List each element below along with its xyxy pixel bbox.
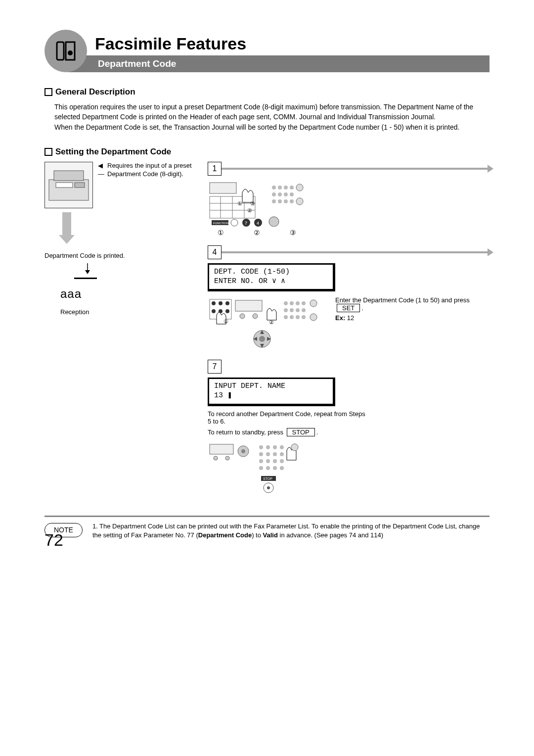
svg-point-90 [259,466,263,470]
svg-point-21 [284,186,288,189]
sample-output-text: aaa [60,286,193,301]
svg-point-22 [290,186,294,189]
footer-rule [44,516,490,517]
fax-feature-icon [44,30,87,72]
svg-point-85 [280,452,284,456]
dept-code-printed-label: Department Code is printed. [44,252,193,260]
svg-text:FUNCTION: FUNCTION [213,222,228,225]
svg-point-43 [219,301,222,305]
svg-point-93 [280,466,284,470]
svg-point-56 [302,301,306,305]
svg-text:4: 4 [257,221,259,226]
note-text-b: ) to [252,531,263,539]
note-block: NOTE 1. The Department Code List can be … [44,522,490,540]
svg-point-94 [291,444,298,451]
svg-point-68 [259,336,265,342]
svg-marker-8 [85,270,90,274]
svg-point-25 [284,192,288,196]
control-panel-illustration-7: STOP [208,441,307,496]
note-bold-2: Valid [263,531,278,539]
svg-point-20 [278,186,282,189]
svg-point-98 [267,486,270,489]
svg-text:①: ① [237,200,242,206]
lcd-display-step7: INPUT DEPT. NAME 13 ❚ [208,378,335,406]
svg-rect-5 [56,183,73,188]
stop-button[interactable]: STOP [287,428,315,436]
svg-point-88 [273,459,277,463]
step7-text2: To return to standby, press [208,428,283,436]
svg-point-65 [310,300,317,307]
control-panel-illustration-1: ①③② FUNCTION 7 4 [208,180,307,227]
svg-point-75 [225,456,229,460]
section-general-title: General Description [55,87,135,97]
page-edge-line [74,278,97,279]
reception-label: Reception [60,308,193,317]
svg-point-26 [290,192,294,196]
step-number-4: 4 [208,245,222,259]
step-number-7: 7 [208,360,222,374]
printer-illustration [44,162,93,208]
requires-input-text: Requires the input of a preset Departmen… [107,162,193,179]
svg-point-59 [296,308,300,312]
svg-point-60 [302,308,306,312]
general-description-text: This operation requires the user to inpu… [54,102,490,132]
lcd-line1: INPUT DEPT. NAME [214,382,328,391]
svg-point-29 [284,199,288,203]
svg-point-35 [231,219,238,226]
set-button[interactable]: SET [337,304,360,312]
svg-point-45 [212,309,216,313]
bullet-icon [44,88,52,96]
svg-point-24 [278,192,282,196]
down-arrow-icon [62,212,71,237]
svg-point-84 [273,452,277,456]
page-subtitle: Department Code [68,55,490,72]
svg-text:STOP: STOP [263,477,272,480]
lcd-line2: 13 ❚ [214,391,328,401]
section-setting-title: Setting the Department Code [55,147,171,157]
svg-rect-73 [210,444,233,454]
svg-point-28 [278,199,282,203]
example-value: 12 [345,314,354,322]
svg-rect-4 [54,171,84,181]
svg-point-53 [284,301,288,305]
svg-point-89 [280,459,284,463]
step-arrow-line [222,168,490,170]
svg-text:③: ③ [250,200,255,206]
page-title: Facsimile Features [95,34,490,53]
small-down-arrow-icon [84,263,193,277]
svg-point-27 [272,199,276,203]
step4-instruction: Enter the Department Code (1 to 50) and … [335,296,470,304]
section-setting-heading: Setting the Department Code [44,147,490,157]
svg-point-63 [296,315,300,319]
arrow-left-icon: ◀— [98,162,104,179]
step1-circled-numbers: ① ② ③ [218,229,490,236]
svg-point-55 [296,301,300,305]
svg-point-80 [273,445,277,449]
bullet-icon [44,148,52,156]
lcd-line2: ENTER NO. OR ∨ ∧ [214,277,328,286]
svg-point-47 [225,309,229,313]
svg-point-44 [225,301,229,305]
svg-point-78 [259,445,263,449]
section-general-heading: General Description [44,87,490,97]
svg-point-86 [259,459,263,463]
left-column: ◀— Requires the input of a preset Depart… [44,162,193,317]
svg-point-81 [280,445,284,449]
svg-point-58 [290,308,294,312]
svg-text:②: ② [247,207,252,213]
right-column: 1 ①③② [208,162,490,505]
step-number-1: 1 [208,162,222,176]
svg-point-31 [296,184,303,191]
svg-point-82 [259,452,263,456]
svg-point-57 [284,308,288,312]
phone-page-icon [54,39,78,63]
control-panel-illustration-4: ① ② [208,296,326,351]
svg-point-40 [269,217,279,227]
page-number: 72 [44,530,63,550]
svg-point-66 [310,314,317,321]
svg-point-51 [253,314,258,319]
svg-point-62 [290,315,294,319]
svg-point-92 [273,466,277,470]
step-arrow-line [222,251,490,253]
svg-point-91 [266,466,270,470]
